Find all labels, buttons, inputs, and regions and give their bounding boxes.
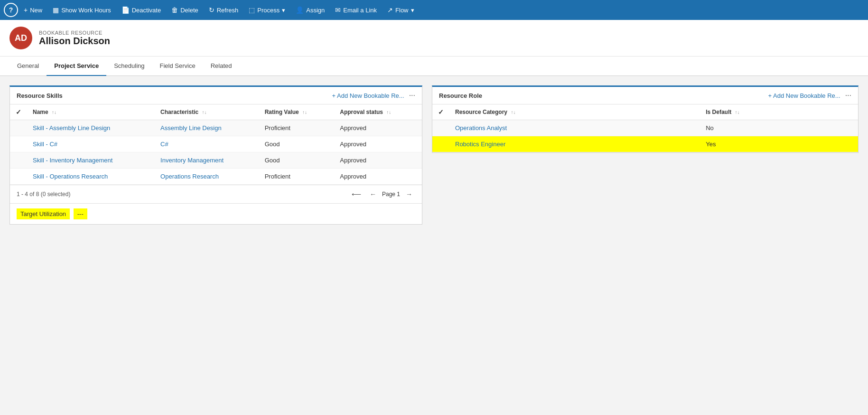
is-default-cell: Yes (700, 136, 858, 152)
resource-role-title: Resource Role (439, 92, 765, 99)
pagination-controls: ⟵ ← Page 1 → (349, 189, 415, 199)
calendar-icon: ▦ (53, 6, 59, 14)
new-button[interactable]: + New (19, 3, 47, 17)
approval-cell: Approved (334, 120, 422, 136)
select-all-header: ✓ (10, 104, 27, 120)
process-dropdown-icon: ▾ (282, 7, 285, 14)
skills-table-row: Skill - C# C# Good Approved (10, 136, 422, 152)
refresh-button[interactable]: ↻ Refresh (204, 3, 243, 17)
resource-role-header: Resource Role + Add New Bookable Re... ·… (432, 87, 858, 104)
prev-page-button[interactable]: ← (367, 189, 379, 199)
flow-dropdown-icon: ▾ (411, 7, 414, 14)
target-utilization-value[interactable]: --- (74, 208, 87, 219)
characteristic-cell[interactable]: C# (155, 136, 259, 152)
resource-category-cell[interactable]: Robotics Engineer (449, 136, 700, 152)
record-name: Allison Dickson (39, 36, 110, 47)
rating-cell: Good (259, 136, 335, 152)
role-row-checkbox[interactable] (432, 120, 449, 136)
row-checkbox[interactable] (10, 152, 27, 169)
delete-icon: 🗑 (171, 6, 178, 14)
delete-button[interactable]: 🗑 Delete (167, 3, 203, 17)
resource-skills-title: Resource Skills (17, 92, 328, 99)
rating-cell: Proficient (259, 169, 335, 185)
email-link-button[interactable]: ✉ Email a Link (330, 3, 382, 17)
record-type-label: BOOKABLE RESOURCE (39, 30, 110, 36)
skills-table-row: Skill - Inventory Management Inventory M… (10, 152, 422, 169)
target-utilization-label: Target Utilization (17, 208, 70, 219)
tab-bar: General Project Service Scheduling Field… (0, 57, 868, 76)
rating-cell: Good (259, 152, 335, 169)
approval-cell: Approved (334, 152, 422, 169)
resource-category-cell[interactable]: Operations Analyst (449, 120, 700, 136)
tab-scheduling[interactable]: Scheduling (106, 57, 152, 76)
skills-range-text: 1 - 4 of 8 (0 selected) (17, 191, 70, 198)
resource-skills-header: Resource Skills + Add New Bookable Re...… (10, 87, 422, 104)
characteristic-cell[interactable]: Assembly Line Design (155, 120, 259, 136)
row-checkbox[interactable] (10, 136, 27, 152)
col-approval-header[interactable]: Approval status ↑↓ (334, 104, 422, 120)
first-page-button[interactable]: ⟵ (349, 189, 364, 199)
row-checkbox[interactable] (10, 120, 27, 136)
resource-role-table: ✓ Resource Category ↑↓ Is Default ↑↓ Ope… (432, 104, 858, 152)
deactivate-button[interactable]: 📄 Deactivate (117, 3, 166, 17)
main-content: Resource Skills + Add New Bookable Re...… (0, 76, 868, 234)
refresh-icon: ↻ (209, 6, 215, 14)
target-utilization-section: Target Utilization --- (10, 203, 422, 224)
next-page-button[interactable]: → (403, 189, 415, 199)
col-characteristic-header[interactable]: Characteristic ↑↓ (155, 104, 259, 120)
tab-general[interactable]: General (9, 57, 47, 76)
rating-cell: Proficient (259, 120, 335, 136)
col-name-header[interactable]: Name ↑↓ (27, 104, 155, 120)
show-work-hours-button[interactable]: ▦ Show Work Hours (48, 3, 116, 17)
new-icon: + (24, 6, 28, 14)
select-all-checkmark[interactable]: ✓ (16, 108, 21, 116)
email-icon: ✉ (335, 6, 341, 14)
flow-icon: ↗ (387, 6, 393, 14)
resource-role-more-button[interactable]: ··· (845, 92, 851, 99)
resource-skills-table: ✓ Name ↑↓ Characteristic ↑↓ Rating Value… (10, 104, 422, 185)
skills-table-row: Skill - Assembly Line Design Assembly Li… (10, 120, 422, 136)
skill-name-cell[interactable]: Skill - Assembly Line Design (27, 120, 155, 136)
toolbar: ? + New ▦ Show Work Hours 📄 Deactivate 🗑… (0, 0, 868, 20)
help-button[interactable]: ? (4, 3, 18, 17)
page-label: Page 1 (382, 191, 400, 198)
tab-project-service[interactable]: Project Service (47, 57, 106, 76)
deactivate-icon: 📄 (121, 6, 130, 14)
skill-name-cell[interactable]: Skill - C# (27, 136, 155, 152)
characteristic-cell[interactable]: Operations Research (155, 169, 259, 185)
skills-pagination: 1 - 4 of 8 (0 selected) ⟵ ← Page 1 → (10, 185, 422, 203)
assign-button[interactable]: 👤 Assign (291, 3, 329, 17)
skills-table-row: Skill - Operations Research Operations R… (10, 169, 422, 185)
col-is-default-header[interactable]: Is Default ↑↓ (700, 104, 858, 120)
resource-skills-more-button[interactable]: ··· (409, 92, 415, 99)
role-select-all-checkmark[interactable]: ✓ (438, 108, 444, 116)
header-title-group: BOOKABLE RESOURCE Allison Dickson (39, 30, 110, 47)
resource-role-actions: + Add New Bookable Re... ··· (768, 92, 851, 99)
add-resource-role-link[interactable]: + Add New Bookable Re... (768, 92, 840, 99)
avatar: AD (9, 27, 32, 49)
col-resource-category-header[interactable]: Resource Category ↑↓ (449, 104, 700, 120)
assign-icon: 👤 (296, 6, 304, 14)
role-select-all-header: ✓ (432, 104, 449, 120)
resource-skills-actions: + Add New Bookable Re... ··· (332, 92, 415, 99)
avatar-initials: AD (15, 33, 27, 43)
approval-cell: Approved (334, 136, 422, 152)
resource-role-panel: Resource Role + Add New Bookable Re... ·… (432, 85, 859, 153)
tab-field-service[interactable]: Field Service (152, 57, 203, 76)
add-resource-skill-link[interactable]: + Add New Bookable Re... (332, 92, 404, 99)
skill-name-cell[interactable]: Skill - Inventory Management (27, 152, 155, 169)
role-row-checkbox[interactable] (432, 136, 449, 152)
role-table-row: Robotics Engineer Yes (432, 136, 858, 152)
flow-button[interactable]: ↗ Flow ▾ (383, 3, 419, 17)
process-button[interactable]: ⬚ Process ▾ (244, 3, 290, 17)
skill-name-cell[interactable]: Skill - Operations Research (27, 169, 155, 185)
process-icon: ⬚ (249, 6, 255, 14)
col-rating-header[interactable]: Rating Value ↑↓ (259, 104, 335, 120)
role-table-row: Operations Analyst No (432, 120, 858, 136)
characteristic-cell[interactable]: Inventory Management (155, 152, 259, 169)
row-checkbox[interactable] (10, 169, 27, 185)
record-header: AD BOOKABLE RESOURCE Allison Dickson (0, 20, 868, 57)
is-default-cell: No (700, 120, 858, 136)
tab-related[interactable]: Related (203, 57, 240, 76)
approval-cell: Approved (334, 169, 422, 185)
